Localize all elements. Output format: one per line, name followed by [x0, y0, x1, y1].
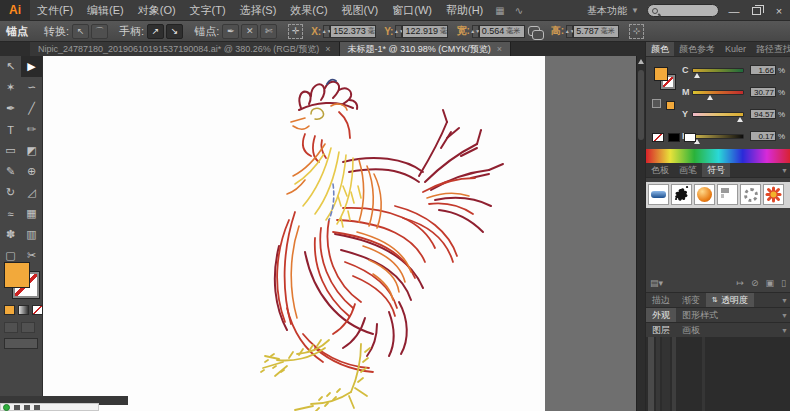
- search-input[interactable]: [647, 4, 719, 17]
- canvas-pasteboard[interactable]: [43, 56, 636, 411]
- magenta-slider[interactable]: [692, 90, 744, 95]
- height-stepper[interactable]: ▲▼: [566, 25, 573, 38]
- scroll-up-icon[interactable]: [638, 59, 644, 64]
- break-link-icon[interactable]: ⊘: [751, 278, 759, 288]
- none-swatch[interactable]: [652, 133, 664, 142]
- symbol-flag-corner[interactable]: [717, 184, 738, 205]
- white-swatch[interactable]: [684, 133, 696, 142]
- green-app-icon[interactable]: [3, 404, 10, 411]
- menu-file[interactable]: 文件(F): [30, 0, 80, 21]
- close-icon[interactable]: ×: [325, 44, 330, 54]
- close-button[interactable]: ×: [772, 5, 786, 17]
- remove-anchor-icon[interactable]: ✒: [222, 24, 239, 39]
- black-slider[interactable]: [692, 134, 744, 139]
- slider-handle[interactable]: [694, 73, 700, 78]
- panel-menu-icon[interactable]: ▼: [781, 312, 790, 319]
- tool-mesh[interactable]: ▦: [21, 203, 42, 224]
- yellow-value-field[interactable]: 94.57: [750, 109, 776, 119]
- tool-pencil[interactable]: ✏: [21, 119, 42, 140]
- magenta-value-field[interactable]: 30.77: [750, 87, 776, 97]
- tab-graphic-styles[interactable]: 图形样式: [676, 309, 724, 322]
- panel-menu-icon[interactable]: ▼: [781, 163, 790, 177]
- tool-magic-wand[interactable]: ✶: [0, 77, 21, 98]
- document-tab-2[interactable]: 未标题-1* @ 310.98% (CMYK/预览) ×: [340, 42, 511, 56]
- convert-to-smooth-icon[interactable]: ⌒: [91, 24, 108, 39]
- tab-kuler[interactable]: Kuler: [720, 42, 751, 56]
- yellow-slider[interactable]: [692, 112, 744, 117]
- isolate-selection-icon[interactable]: ✛: [288, 24, 303, 39]
- tool-scale[interactable]: ◿: [21, 182, 42, 203]
- symbol-wreath-ring[interactable]: [740, 184, 761, 205]
- link-dimensions-icon[interactable]: [528, 26, 540, 36]
- rooster-artwork[interactable]: [43, 56, 636, 411]
- tool-direct-selection[interactable]: ▶: [21, 56, 42, 77]
- menu-select[interactable]: 选择(S): [233, 0, 284, 21]
- tool-rotate[interactable]: ↻: [0, 182, 21, 203]
- place-symbol-icon[interactable]: ↦: [736, 278, 744, 288]
- menu-object[interactable]: 对象(O): [131, 0, 183, 21]
- restore-button[interactable]: [752, 7, 761, 15]
- gradient-mode-button[interactable]: [18, 305, 29, 315]
- tool-column-graph[interactable]: ▥: [21, 224, 42, 245]
- menu-effect[interactable]: 效果(C): [283, 0, 334, 21]
- menu-window[interactable]: 窗口(W): [385, 0, 439, 21]
- symbol-ink-splatter[interactable]: [671, 184, 692, 205]
- color-spectrum-bar[interactable]: [646, 149, 790, 163]
- tab-color[interactable]: 颜色: [646, 42, 674, 56]
- tool-width[interactable]: ≈: [0, 203, 21, 224]
- tool-paintbrush[interactable]: ✎: [0, 161, 21, 182]
- transform-panel-icon[interactable]: ⊹: [629, 24, 644, 39]
- delete-symbol-icon[interactable]: ▯: [781, 278, 786, 288]
- arrange-documents-icon[interactable]: ▦: [490, 5, 509, 16]
- panel-menu-icon[interactable]: ▼: [781, 327, 790, 334]
- screen-mode-button[interactable]: [4, 338, 38, 349]
- x-stepper[interactable]: ▲▼: [323, 25, 330, 38]
- height-field[interactable]: 5.787 毫米: [573, 25, 619, 38]
- tool-lasso[interactable]: ∽: [21, 77, 42, 98]
- tab-gradient[interactable]: 渐变: [676, 294, 706, 307]
- fill-proxy-swatch[interactable]: [654, 67, 668, 81]
- tab-brushes[interactable]: 画笔: [674, 163, 702, 177]
- x-field[interactable]: 152.373 毫米: [330, 25, 376, 38]
- black-value-field[interactable]: 0.17: [750, 131, 776, 141]
- tab-artboards[interactable]: 画板: [676, 324, 706, 337]
- ai-logo[interactable]: Ai: [0, 0, 30, 21]
- none-mode-button[interactable]: [32, 305, 43, 315]
- tab-layers[interactable]: 图层: [646, 324, 676, 337]
- menu-help[interactable]: 帮助(H): [439, 0, 490, 21]
- draw-normal-icon[interactable]: [4, 322, 18, 333]
- connect-anchor-icon[interactable]: ✕: [241, 24, 258, 39]
- menu-type[interactable]: 文字(T): [183, 0, 233, 21]
- symbol-library-menu-icon[interactable]: ▤▾: [650, 278, 663, 288]
- black-swatch[interactable]: [668, 133, 680, 142]
- y-field[interactable]: 122.919 毫米: [402, 25, 448, 38]
- slider-handle[interactable]: [737, 117, 743, 122]
- tab-transparency[interactable]: ⇅ 透明度: [706, 293, 754, 307]
- tab-swatches[interactable]: 色板: [646, 163, 674, 177]
- cyan-value-field[interactable]: 1.66: [750, 65, 776, 75]
- tool-shape-builder[interactable]: ⊕: [21, 161, 42, 182]
- minimize-button[interactable]: —: [727, 5, 741, 17]
- tab-color-guide[interactable]: 颜色参考: [674, 42, 720, 56]
- width-stepper[interactable]: ▲▼: [472, 25, 479, 38]
- tool-line-segment[interactable]: ╱: [21, 98, 42, 119]
- menu-view[interactable]: 视图(V): [335, 0, 386, 21]
- panel-menu-icon[interactable]: ▼: [781, 297, 790, 304]
- tool-eraser[interactable]: ◩: [21, 140, 42, 161]
- layers-panel-content[interactable]: [646, 337, 790, 411]
- menu-edit[interactable]: 编辑(E): [80, 0, 131, 21]
- cut-path-icon[interactable]: ✄: [260, 24, 277, 39]
- draw-behind-icon[interactable]: [21, 322, 35, 333]
- cs-live-icon[interactable]: ∿: [510, 5, 528, 16]
- workspace-switcher[interactable]: 基本功能 ▼: [587, 4, 639, 18]
- tab-appearance[interactable]: 外观: [646, 308, 676, 322]
- out-of-gamut-icon[interactable]: [652, 99, 661, 108]
- y-stepper[interactable]: ▲▼: [395, 25, 402, 38]
- show-handles-icon[interactable]: ↗: [147, 24, 164, 39]
- tab-stroke[interactable]: 描边: [646, 294, 676, 307]
- last-color-swatch[interactable]: [666, 101, 675, 110]
- slider-handle[interactable]: [707, 95, 713, 100]
- tab-symbols[interactable]: 符号: [702, 163, 730, 177]
- tool-symbol-sprayer[interactable]: ✽: [0, 224, 21, 245]
- new-symbol-icon[interactable]: ▣: [766, 278, 775, 288]
